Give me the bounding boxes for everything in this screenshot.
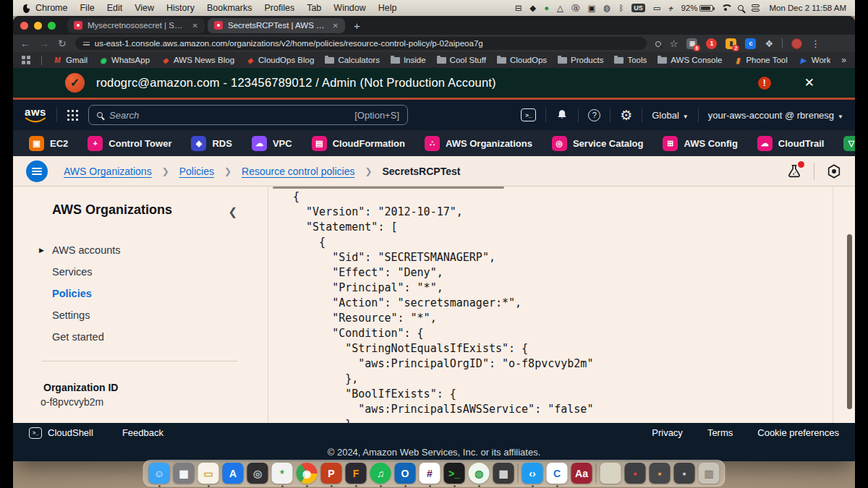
console-search-input[interactable]: Search [Option+S] (88, 105, 408, 125)
extension-icon-4[interactable]: c (745, 38, 756, 49)
service-cloudtrail[interactable]: ☁ CloudTrail (757, 136, 825, 151)
bluetooth-icon[interactable]: ᛒ (618, 4, 624, 12)
settings-gear-icon[interactable]: ⚙ (620, 108, 632, 122)
bookmark-star-icon[interactable]: ☆ (670, 38, 678, 49)
menubar-item[interactable]: Profiles (264, 3, 294, 13)
bookmark-item[interactable]: M Gmail (53, 56, 88, 64)
apple-menu-icon[interactable] (22, 3, 31, 13)
menubar-clock[interactable]: Mon Dec 2 11:58 AM (769, 4, 846, 12)
amazon-q-icon[interactable] (826, 163, 842, 179)
service-service-catalog[interactable]: ◎ Service Catalog (552, 136, 644, 151)
menubar-item[interactable]: File (80, 3, 94, 13)
dock-notes[interactable]: ▭ (198, 463, 219, 484)
tab-close-icon[interactable]: ✕ (192, 22, 198, 30)
screen-mirroring-icon[interactable]: ▣ (587, 3, 595, 13)
dock-chime[interactable]: C (547, 463, 568, 484)
bookmark-item[interactable]: ▶ WorkDocs (799, 56, 831, 64)
extension-icon-1[interactable]: ▣6 (686, 38, 697, 49)
service-control-tower[interactable]: + Control Tower (88, 136, 171, 151)
sidebar-item[interactable]: Services (39, 261, 253, 283)
display-icon[interactable]: ▭ (653, 3, 661, 13)
swirl-app-icon[interactable]: ◆ (529, 3, 536, 13)
extension-icon-2[interactable]: 1 (706, 38, 717, 49)
menubar-item[interactable]: Edit (107, 3, 123, 13)
dock-launchpad[interactable]: ▦ (174, 463, 195, 484)
breadcrumb-policies[interactable]: Policies (179, 166, 214, 177)
account-menu[interactable]: your-aws-account @ rbrenesg▼ (708, 110, 843, 121)
service-aws-config[interactable]: ⊞ AWS Config (663, 136, 737, 151)
vertical-scrollbar[interactable] (847, 234, 852, 409)
dock-vscode[interactable]: ‹› (522, 463, 543, 484)
back-button[interactable]: ← (20, 38, 30, 48)
menubar-item[interactable]: Chrome (35, 3, 67, 13)
dock-powerpoint[interactable]: P (321, 463, 342, 484)
extension-icon-3[interactable]: ▮2 (726, 38, 736, 49)
cloudshell-footer-icon[interactable]: >_ (29, 427, 42, 439)
site-controls-icon[interactable] (83, 42, 90, 46)
dock-firefox[interactable]: F (346, 463, 367, 484)
breadcrumb-resource-control-policies[interactable]: Resource control policies (242, 166, 354, 177)
minimize-window-button[interactable] (34, 22, 42, 30)
bookmark-item[interactable]: Products (558, 56, 603, 64)
extensions-puzzle-icon[interactable]: ❖ (765, 38, 773, 49)
service-rds[interactable]: ◈ RDS (191, 136, 231, 151)
banner-close-icon[interactable]: ✕ (804, 75, 814, 90)
dock-pinwheel-app[interactable]: * (272, 463, 293, 484)
wifi-icon[interactable] (721, 4, 730, 12)
feedback-link[interactable]: Feedback (122, 427, 163, 438)
tab-close-icon[interactable]: ✕ (333, 22, 339, 30)
dock-camera-app[interactable]: ◎ (247, 463, 268, 484)
apps-grid-icon[interactable] (22, 56, 30, 64)
bookmarks-overflow-icon[interactable]: » (841, 55, 846, 65)
bookmark-item[interactable]: Tools (614, 56, 647, 64)
service-aws-organizations[interactable]: ∴ AWS Organizations (425, 136, 532, 151)
forward-button[interactable]: → (39, 38, 49, 48)
aws-logo[interactable]: aws (25, 106, 46, 124)
window-manager-icon[interactable]: ⊟ (515, 3, 522, 13)
dock-finder[interactable]: ☺ (149, 463, 170, 484)
bookmark-item[interactable]: Calculators (325, 56, 380, 64)
terms-link[interactable]: Terms (707, 427, 733, 438)
menubar-item[interactable]: Window (333, 3, 365, 13)
bookmark-item[interactable]: CloudOps (497, 56, 547, 64)
address-bar[interactable]: us-east-1.console.aws.amazon.com/organiz… (75, 37, 647, 50)
dock-chrome[interactable]: ◉ (297, 463, 318, 484)
bookmark-item[interactable]: Cool Stuff (437, 56, 486, 64)
bookmark-item[interactable]: ◆ CloudOps Blog (245, 56, 314, 64)
keyboard-layout-badge[interactable]: US (631, 4, 645, 12)
dock-dictionary-app[interactable]: Aa (571, 463, 592, 484)
sidebar-item[interactable]: ▶ AWS accounts (39, 239, 253, 261)
spotlight-search-icon[interactable] (738, 5, 744, 11)
menubar-item[interactable]: History (166, 3, 195, 13)
triangle-app-icon[interactable]: △ (557, 3, 563, 13)
sidebar-collapse-icon[interactable]: ❮ (228, 205, 237, 218)
services-menu-icon[interactable] (67, 110, 78, 121)
tab-secrets-manager[interactable]: Mysecretnososecret | Secret ✕ (67, 18, 205, 33)
dock-app-store[interactable]: A (223, 463, 244, 484)
service-cloudformation[interactable]: ▤ CloudFormation (312, 136, 405, 151)
control-center-icon[interactable] (752, 4, 760, 12)
notifications-bell-icon[interactable] (556, 108, 569, 121)
sidebar-item[interactable]: Policies (39, 283, 253, 304)
browser-menu-icon[interactable]: ⋮ (811, 38, 820, 49)
sidebar-item[interactable]: Get started (39, 326, 253, 348)
dock-minimized-window-3[interactable]: ▪ (650, 463, 671, 484)
dock-calculator-app[interactable]: ▦ (493, 463, 514, 484)
dock-outlook[interactable]: O (395, 463, 416, 484)
cloudshell-icon[interactable]: >_ (521, 108, 536, 121)
cloudshell-link[interactable]: CloudShell (48, 427, 93, 438)
reload-button[interactable]: ↻ (58, 38, 67, 48)
warning-icon[interactable]: ! (758, 77, 771, 90)
battery-indicator[interactable]: 92% (681, 4, 713, 12)
dock-minimized-window-4[interactable]: ▪ (674, 463, 695, 484)
sidebar-item[interactable]: Settings (39, 304, 253, 326)
globe-app-icon[interactable]: ◍ (603, 3, 610, 13)
bookmark-item[interactable]: ▮ Phone Tool (733, 56, 787, 64)
dock-minimized-window-1[interactable] (600, 463, 621, 484)
horizontal-scrollbar[interactable] (273, 187, 504, 189)
bookmark-item[interactable]: ◉ WhatsApp (98, 56, 150, 64)
zoom-window-button[interactable] (48, 22, 56, 30)
dock-terminal[interactable]: >_ (444, 463, 465, 484)
service-ec2[interactable]: ▣ EC2 (29, 136, 68, 151)
dock-spotify[interactable]: ♫ (370, 463, 391, 484)
